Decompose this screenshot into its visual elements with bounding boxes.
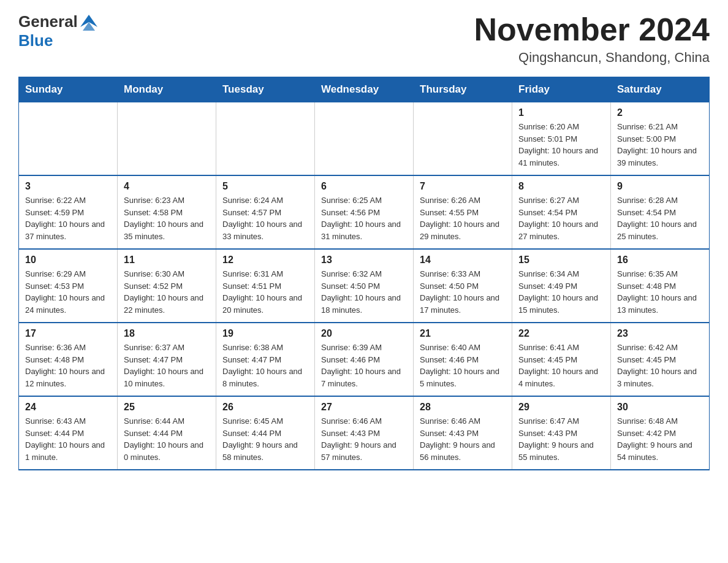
day-number: 21 <box>420 328 506 339</box>
day-number: 8 <box>518 181 604 192</box>
day-info: Sunrise: 6:41 AMSunset: 4:45 PMDaylight:… <box>518 342 604 389</box>
day-info: Sunrise: 6:32 AMSunset: 4:50 PMDaylight:… <box>321 268 407 316</box>
day-number: 17 <box>25 328 111 339</box>
day-info: Sunrise: 6:42 AMSunset: 4:45 PMDaylight:… <box>617 342 703 389</box>
day-number: 14 <box>420 255 506 266</box>
calendar-cell: 1Sunrise: 6:20 AMSunset: 5:01 PMDaylight… <box>512 102 611 176</box>
logo: General Blue <box>18 12 100 50</box>
day-info: Sunrise: 6:33 AMSunset: 4:50 PMDaylight:… <box>420 268 506 316</box>
calendar-cell: 10Sunrise: 6:29 AMSunset: 4:53 PMDayligh… <box>19 249 118 323</box>
day-number: 11 <box>124 255 210 266</box>
day-info: Sunrise: 6:24 AMSunset: 4:57 PMDaylight:… <box>222 194 308 242</box>
calendar-week-4: 17Sunrise: 6:36 AMSunset: 4:48 PMDayligh… <box>19 323 710 396</box>
day-number: 26 <box>222 402 308 413</box>
calendar-cell: 6Sunrise: 6:25 AMSunset: 4:56 PMDaylight… <box>315 175 414 249</box>
calendar-week-1: 1Sunrise: 6:20 AMSunset: 5:01 PMDaylight… <box>19 102 710 176</box>
weekday-header-wednesday: Wednesday <box>315 77 414 102</box>
day-number: 29 <box>518 402 604 413</box>
calendar-cell: 15Sunrise: 6:34 AMSunset: 4:49 PMDayligh… <box>512 249 611 323</box>
day-number: 3 <box>25 181 111 192</box>
calendar-cell: 4Sunrise: 6:23 AMSunset: 4:58 PMDaylight… <box>118 175 216 249</box>
calendar-cell: 23Sunrise: 6:42 AMSunset: 4:45 PMDayligh… <box>611 323 710 396</box>
calendar-cell <box>118 102 216 176</box>
weekday-header-sunday: Sunday <box>19 77 118 102</box>
day-info: Sunrise: 6:48 AMSunset: 4:42 PMDaylight:… <box>617 415 703 463</box>
calendar-cell: 18Sunrise: 6:37 AMSunset: 4:47 PMDayligh… <box>118 323 216 396</box>
day-info: Sunrise: 6:21 AMSunset: 5:00 PMDaylight:… <box>617 121 703 169</box>
day-info: Sunrise: 6:22 AMSunset: 4:59 PMDaylight:… <box>25 194 111 242</box>
day-number: 30 <box>617 402 703 413</box>
day-number: 10 <box>25 255 111 266</box>
weekday-header-tuesday: Tuesday <box>216 77 315 102</box>
day-info: Sunrise: 6:35 AMSunset: 4:48 PMDaylight:… <box>617 268 703 316</box>
day-number: 9 <box>617 181 703 192</box>
calendar-cell: 7Sunrise: 6:26 AMSunset: 4:55 PMDaylight… <box>414 175 512 249</box>
calendar-body: 1Sunrise: 6:20 AMSunset: 5:01 PMDaylight… <box>19 102 710 470</box>
day-number: 20 <box>321 328 407 339</box>
calendar-cell <box>216 102 315 176</box>
day-info: Sunrise: 6:36 AMSunset: 4:48 PMDaylight:… <box>25 342 111 389</box>
day-info: Sunrise: 6:26 AMSunset: 4:55 PMDaylight:… <box>420 194 506 242</box>
day-info: Sunrise: 6:45 AMSunset: 4:44 PMDaylight:… <box>222 415 308 463</box>
day-info: Sunrise: 6:43 AMSunset: 4:44 PMDaylight:… <box>25 415 111 463</box>
calendar-cell: 13Sunrise: 6:32 AMSunset: 4:50 PMDayligh… <box>315 249 414 323</box>
day-number: 1 <box>518 107 604 118</box>
day-number: 4 <box>124 181 210 192</box>
calendar-cell: 28Sunrise: 6:46 AMSunset: 4:43 PMDayligh… <box>414 396 512 470</box>
calendar-cell: 27Sunrise: 6:46 AMSunset: 4:43 PMDayligh… <box>315 396 414 470</box>
calendar-week-2: 3Sunrise: 6:22 AMSunset: 4:59 PMDaylight… <box>19 175 710 249</box>
day-number: 24 <box>25 402 111 413</box>
calendar-cell: 12Sunrise: 6:31 AMSunset: 4:51 PMDayligh… <box>216 249 315 323</box>
day-number: 23 <box>617 328 703 339</box>
day-number: 25 <box>124 402 210 413</box>
calendar-cell <box>19 102 118 176</box>
calendar-cell: 24Sunrise: 6:43 AMSunset: 4:44 PMDayligh… <box>19 396 118 470</box>
weekday-header-monday: Monday <box>118 77 216 102</box>
day-number: 16 <box>617 255 703 266</box>
logo-general-text: General <box>18 12 78 31</box>
day-number: 13 <box>321 255 407 266</box>
calendar-cell: 21Sunrise: 6:40 AMSunset: 4:46 PMDayligh… <box>414 323 512 396</box>
day-number: 19 <box>222 328 308 339</box>
day-info: Sunrise: 6:39 AMSunset: 4:46 PMDaylight:… <box>321 342 407 389</box>
calendar-cell: 25Sunrise: 6:44 AMSunset: 4:44 PMDayligh… <box>118 396 216 470</box>
month-title: November 2024 <box>474 12 710 47</box>
day-number: 5 <box>222 181 308 192</box>
logo-blue-text: Blue <box>18 31 100 50</box>
calendar-cell: 17Sunrise: 6:36 AMSunset: 4:48 PMDayligh… <box>19 323 118 396</box>
day-number: 28 <box>420 402 506 413</box>
calendar-cell: 30Sunrise: 6:48 AMSunset: 4:42 PMDayligh… <box>611 396 710 470</box>
day-info: Sunrise: 6:20 AMSunset: 5:01 PMDaylight:… <box>518 121 604 169</box>
day-info: Sunrise: 6:37 AMSunset: 4:47 PMDaylight:… <box>124 342 210 389</box>
day-info: Sunrise: 6:28 AMSunset: 4:54 PMDaylight:… <box>617 194 703 242</box>
calendar-cell: 8Sunrise: 6:27 AMSunset: 4:54 PMDaylight… <box>512 175 611 249</box>
logo-icon <box>80 13 97 31</box>
day-number: 7 <box>420 181 506 192</box>
weekday-header-saturday: Saturday <box>611 77 710 102</box>
calendar-cell: 26Sunrise: 6:45 AMSunset: 4:44 PMDayligh… <box>216 396 315 470</box>
day-info: Sunrise: 6:31 AMSunset: 4:51 PMDaylight:… <box>222 268 308 316</box>
day-info: Sunrise: 6:46 AMSunset: 4:43 PMDaylight:… <box>420 415 506 463</box>
title-block: November 2024 Qingshancun, Shandong, Chi… <box>474 12 710 66</box>
day-info: Sunrise: 6:27 AMSunset: 4:54 PMDaylight:… <box>518 194 604 242</box>
day-info: Sunrise: 6:23 AMSunset: 4:58 PMDaylight:… <box>124 194 210 242</box>
day-info: Sunrise: 6:25 AMSunset: 4:56 PMDaylight:… <box>321 194 407 242</box>
day-info: Sunrise: 6:38 AMSunset: 4:47 PMDaylight:… <box>222 342 308 389</box>
calendar-cell: 22Sunrise: 6:41 AMSunset: 4:45 PMDayligh… <box>512 323 611 396</box>
day-number: 12 <box>222 255 308 266</box>
day-info: Sunrise: 6:46 AMSunset: 4:43 PMDaylight:… <box>321 415 407 463</box>
day-info: Sunrise: 6:47 AMSunset: 4:43 PMDaylight:… <box>518 415 604 463</box>
calendar-cell: 5Sunrise: 6:24 AMSunset: 4:57 PMDaylight… <box>216 175 315 249</box>
day-number: 27 <box>321 402 407 413</box>
calendar-cell: 2Sunrise: 6:21 AMSunset: 5:00 PMDaylight… <box>611 102 710 176</box>
calendar-cell: 14Sunrise: 6:33 AMSunset: 4:50 PMDayligh… <box>414 249 512 323</box>
day-info: Sunrise: 6:29 AMSunset: 4:53 PMDaylight:… <box>25 268 111 316</box>
calendar-week-3: 10Sunrise: 6:29 AMSunset: 4:53 PMDayligh… <box>19 249 710 323</box>
page-header: General Blue November 2024 Qingshancun, … <box>18 12 710 66</box>
calendar-cell: 11Sunrise: 6:30 AMSunset: 4:52 PMDayligh… <box>118 249 216 323</box>
day-info: Sunrise: 6:40 AMSunset: 4:46 PMDaylight:… <box>420 342 506 389</box>
calendar-cell: 16Sunrise: 6:35 AMSunset: 4:48 PMDayligh… <box>611 249 710 323</box>
calendar-week-5: 24Sunrise: 6:43 AMSunset: 4:44 PMDayligh… <box>19 396 710 470</box>
calendar-cell: 19Sunrise: 6:38 AMSunset: 4:47 PMDayligh… <box>216 323 315 396</box>
calendar-cell: 3Sunrise: 6:22 AMSunset: 4:59 PMDaylight… <box>19 175 118 249</box>
